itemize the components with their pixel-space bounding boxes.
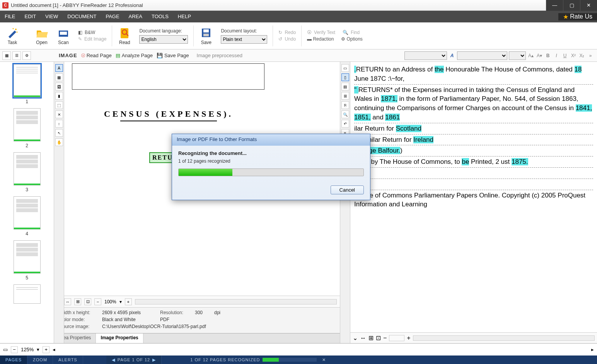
zoom-dropdown-icon[interactable]: ▾: [119, 299, 122, 304]
style-icon[interactable]: A: [449, 52, 455, 59]
more-button[interactable]: »: [587, 52, 594, 59]
menu-file[interactable]: FILE: [0, 11, 20, 22]
menu-help[interactable]: HELP: [173, 11, 196, 22]
grow-font-button[interactable]: A▴: [527, 52, 534, 59]
zoom-in-button[interactable]: +: [125, 298, 132, 305]
redaction-label: Redaction: [313, 36, 334, 42]
next-page-icon[interactable]: ▶: [152, 357, 156, 362]
cancel-recognition-icon[interactable]: ✕: [322, 357, 326, 362]
order-tool[interactable]: ↕: [55, 120, 63, 128]
zoom-field[interactable]: [389, 335, 404, 341]
expand-icon[interactable]: ⌄: [353, 334, 358, 342]
fit-width-button[interactable]: ↔: [64, 298, 71, 305]
zoom-out-button[interactable]: −: [11, 346, 18, 353]
picture-area-tool[interactable]: 🖼: [55, 83, 63, 90]
superscript-button[interactable]: X²: [570, 52, 577, 59]
thumb-5[interactable]: 5: [0, 240, 54, 281]
maximize-button[interactable]: ▢: [563, 0, 580, 11]
menu-edit[interactable]: EDIT: [20, 11, 41, 22]
scrollbar[interactable]: [413, 335, 595, 341]
settings-view-button[interactable]: ⚙: [22, 51, 31, 60]
font-select[interactable]: [457, 51, 507, 60]
list-view-button[interactable]: ☰: [12, 51, 21, 60]
text-view-copy[interactable]: ⎘: [341, 101, 349, 109]
scrollbar[interactable]: [135, 299, 337, 304]
style-select[interactable]: [404, 51, 447, 60]
bold-button[interactable]: B: [544, 52, 551, 59]
scroll-left-icon[interactable]: ◂: [53, 347, 55, 352]
fit-page-button[interactable]: ⊞: [74, 298, 81, 305]
text-view-prev[interactable]: ↶: [341, 120, 349, 128]
shrink-font-button[interactable]: A▾: [536, 52, 543, 59]
read-label: Read: [119, 40, 130, 45]
page-button[interactable]: ⊞: [368, 334, 374, 342]
size-select[interactable]: [509, 51, 526, 60]
verify-label: Verify Text: [314, 30, 335, 35]
thumb-3[interactable]: 3: [0, 152, 54, 192]
italic-button[interactable]: I: [553, 52, 560, 59]
actual-size-button[interactable]: ⊡: [84, 298, 91, 305]
options-button[interactable]: ⚙ Options: [341, 36, 363, 42]
zoom-dropdown-icon[interactable]: ▾: [37, 347, 39, 352]
save-page-button[interactable]: 💾Save Page: [157, 53, 189, 58]
language-select[interactable]: English: [139, 35, 188, 44]
menu-area[interactable]: AREA: [124, 11, 147, 22]
thumb-2[interactable]: 2: [0, 108, 54, 148]
save-button[interactable]: Save: [196, 22, 216, 49]
subscript-button[interactable]: X₂: [578, 52, 585, 59]
bw-button[interactable]: ◧B&W: [78, 30, 106, 35]
text-view-2[interactable]: ▯: [341, 73, 349, 81]
zoom-in-button[interactable]: +: [43, 346, 49, 353]
select-tool[interactable]: ⬚: [55, 101, 63, 109]
status-pages[interactable]: PAGES: [0, 355, 27, 364]
cancel-button[interactable]: Cancel: [331, 185, 364, 194]
underline-button[interactable]: U: [561, 52, 568, 59]
barcode-tool[interactable]: ▮: [55, 92, 63, 100]
layout-select[interactable]: Plain text: [221, 35, 267, 44]
task-button[interactable]: Task: [2, 22, 22, 49]
zoom-value: 125%: [21, 347, 34, 352]
menu-view[interactable]: VIEW: [41, 11, 63, 22]
open-button[interactable]: Open: [32, 22, 52, 49]
scroll-right-icon[interactable]: ▸: [591, 347, 594, 352]
text-content[interactable]: .RETURN to an Address of the Honourable …: [350, 62, 597, 343]
page-icon[interactable]: ▭: [3, 347, 8, 352]
zoom-in-button[interactable]: +: [407, 335, 410, 342]
text-view-3[interactable]: ▤: [341, 83, 349, 90]
menu-document[interactable]: DOCUMENT: [63, 11, 101, 22]
thumb-4[interactable]: 4: [0, 196, 54, 236]
close-button[interactable]: ✕: [580, 0, 597, 11]
fit-button[interactable]: ↔: [360, 335, 366, 342]
eraser-tool[interactable]: ✕: [55, 111, 63, 118]
minimize-button[interactable]: —: [546, 0, 563, 11]
read-page-button[interactable]: ⦾Read Page: [81, 53, 112, 59]
status-alerts[interactable]: ALERTS: [53, 355, 83, 364]
analyze-page-button[interactable]: ▤Analyze Page: [116, 53, 153, 58]
scan-button[interactable]: Scan: [53, 22, 73, 49]
thumb-6[interactable]: [0, 284, 54, 304]
zoom-out-button[interactable]: −: [94, 298, 101, 305]
actual-button[interactable]: ⊡: [376, 334, 381, 342]
menu-page[interactable]: PAGE: [101, 11, 124, 22]
text-view-search[interactable]: 🔍: [341, 111, 349, 118]
table-area-tool[interactable]: ▦: [55, 73, 63, 81]
thumb-caption: 1: [26, 99, 28, 104]
pointer-tool[interactable]: ↖: [55, 129, 63, 137]
thumbnail-panel[interactable]: 1 2 3 4 5: [0, 62, 54, 343]
status-zoom[interactable]: ZOOM: [27, 355, 53, 364]
prev-page-icon[interactable]: ◀: [112, 357, 115, 362]
lower-toolbar: ▭ − 125%▾ + ◂ ▸: [0, 343, 597, 355]
menu-tools[interactable]: TOOLS: [147, 11, 173, 22]
read-button[interactable]: Read: [114, 22, 135, 49]
tab-image-properties[interactable]: Image Properties: [96, 333, 143, 343]
thumb-1[interactable]: 1: [0, 64, 54, 104]
text-area-tool[interactable]: A: [55, 64, 63, 72]
zoom-out-button[interactable]: −: [383, 335, 387, 342]
rate-us-button[interactable]: ★Rate Us: [558, 13, 597, 20]
undo-icon: ↺: [278, 36, 282, 42]
hand-tool[interactable]: ✋: [55, 138, 63, 146]
thumbnail-view-button[interactable]: ▦: [2, 51, 11, 60]
text-view-4[interactable]: ⊞: [341, 92, 349, 100]
text-view-1[interactable]: ▭: [341, 64, 349, 72]
read-page-label: Read Page: [87, 53, 112, 58]
